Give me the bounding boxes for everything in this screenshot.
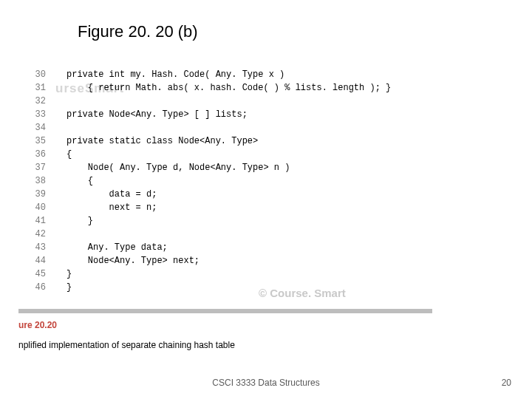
footer-course: CSCI 3333 Data Structures xyxy=(0,378,532,388)
line-number: 37 xyxy=(30,161,46,174)
line-number: 32 xyxy=(30,95,46,108)
line-number: 42 xyxy=(30,228,46,241)
code-text: } xyxy=(66,267,72,281)
code-line: 36{ xyxy=(30,148,391,161)
code-listing: 30private int my. Hash. Code( Any. Type … xyxy=(30,68,391,294)
code-text: private int my. Hash. Code( Any. Type x … xyxy=(66,68,284,81)
code-line: 39 data = d; xyxy=(30,188,391,201)
code-text: { xyxy=(66,148,72,161)
line-number: 38 xyxy=(30,174,46,188)
code-line: 41 } xyxy=(30,214,391,228)
line-number: 36 xyxy=(30,148,46,161)
page-number: 20 xyxy=(502,378,511,388)
figure-caption: nplified implementation of separate chai… xyxy=(18,340,235,350)
line-number: 31 xyxy=(30,81,46,95)
line-number: 41 xyxy=(30,214,46,228)
code-line: 44 Node<Any. Type> next; xyxy=(30,254,391,267)
code-text: Any. Type data; xyxy=(66,241,168,254)
code-text: { return Math. abs( x. hash. Code( ) % l… xyxy=(66,81,391,95)
code-line: 32 xyxy=(30,95,391,108)
code-text: data = d; xyxy=(66,188,157,201)
figure-label: ure 20.20 xyxy=(18,320,57,330)
line-number: 45 xyxy=(30,267,46,281)
line-number: 34 xyxy=(30,121,46,134)
line-number: 33 xyxy=(30,108,46,121)
code-text: next = n; xyxy=(66,201,157,214)
code-line: 34 xyxy=(30,121,391,134)
code-line: 43 Any. Type data; xyxy=(30,241,391,254)
slide-title: Figure 20. 20 (b) xyxy=(78,22,198,41)
line-number: 30 xyxy=(30,68,46,81)
code-line: 42 xyxy=(30,228,391,241)
line-number: 35 xyxy=(30,134,46,148)
code-line: 30private int my. Hash. Code( Any. Type … xyxy=(30,68,391,81)
line-number: 39 xyxy=(30,188,46,201)
code-text: { xyxy=(66,174,93,188)
code-line: 40 next = n; xyxy=(30,201,391,214)
code-line: 31 { return Math. abs( x. hash. Code( ) … xyxy=(30,81,391,95)
code-line: 35private static class Node<Any. Type> xyxy=(30,134,391,148)
code-line: 37 Node( Any. Type d, Node<Any. Type> n … xyxy=(30,161,391,174)
code-text: } xyxy=(66,214,93,228)
code-line: 33private Node<Any. Type> [ ] lists; xyxy=(30,108,391,121)
divider-bar xyxy=(18,309,432,313)
code-text: private static class Node<Any. Type> xyxy=(66,134,258,148)
line-number: 44 xyxy=(30,254,46,267)
code-text: } xyxy=(66,281,72,294)
line-number: 46 xyxy=(30,281,46,294)
line-number: 40 xyxy=(30,201,46,214)
code-line: 38 { xyxy=(30,174,391,188)
line-number: 43 xyxy=(30,241,46,254)
code-text: Node<Any. Type> next; xyxy=(66,254,200,267)
code-text: private Node<Any. Type> [ ] lists; xyxy=(66,108,248,121)
code-line: 45} xyxy=(30,267,391,281)
code-text: Node( Any. Type d, Node<Any. Type> n ) xyxy=(66,161,290,174)
watermark-right: © Course. Smart xyxy=(259,287,346,299)
